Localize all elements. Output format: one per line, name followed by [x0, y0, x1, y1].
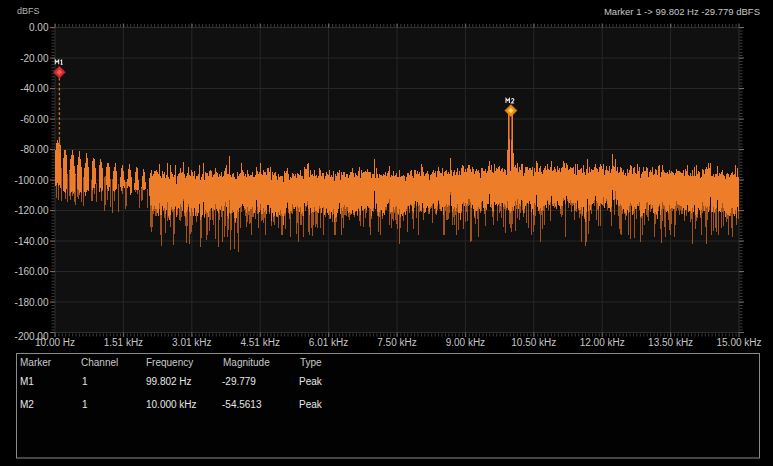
- svg-text:10.00 Hz: 10.00 Hz: [35, 337, 75, 348]
- svg-text:0.00: 0.00: [29, 22, 49, 33]
- svg-text:-120.00: -120.00: [15, 205, 49, 216]
- svg-text:Channel: Channel: [81, 357, 118, 368]
- svg-text:Marker 1 -> 99.802 Hz -29.779: Marker 1 -> 99.802 Hz -29.779 dBFS: [604, 6, 760, 17]
- svg-text:-20.00: -20.00: [20, 53, 49, 64]
- svg-text:Magnitude: Magnitude: [223, 357, 270, 368]
- svg-text:M2: M2: [20, 399, 34, 410]
- svg-text:1.51 kHz: 1.51 kHz: [104, 337, 143, 348]
- svg-text:10.50 kHz: 10.50 kHz: [511, 337, 556, 348]
- svg-text:1: 1: [82, 376, 88, 387]
- svg-text:dBFS: dBFS: [17, 6, 40, 16]
- svg-text:13.50 kHz: 13.50 kHz: [648, 337, 693, 348]
- svg-text:Type: Type: [300, 357, 322, 368]
- svg-text:3.01 kHz: 3.01 kHz: [172, 337, 211, 348]
- svg-text:-160.00: -160.00: [15, 266, 49, 277]
- svg-text:15.00 kHz: 15.00 kHz: [716, 337, 761, 348]
- svg-text:Marker: Marker: [20, 357, 52, 368]
- svg-text:-40.00: -40.00: [20, 83, 49, 94]
- svg-text:-54.5613: -54.5613: [222, 399, 262, 410]
- svg-text:9.00 kHz: 9.00 kHz: [446, 337, 485, 348]
- svg-text:-180.00: -180.00: [15, 297, 49, 308]
- svg-text:1: 1: [82, 399, 88, 410]
- svg-text:-29.779: -29.779: [222, 376, 256, 387]
- svg-text:M1: M1: [20, 376, 34, 387]
- svg-text:-100.00: -100.00: [15, 175, 49, 186]
- svg-text:Peak: Peak: [299, 376, 323, 387]
- svg-text:12.00 kHz: 12.00 kHz: [580, 337, 625, 348]
- svg-text:Peak: Peak: [299, 399, 323, 410]
- svg-text:10.000 kHz: 10.000 kHz: [146, 399, 197, 410]
- svg-text:-60.00: -60.00: [20, 114, 49, 125]
- svg-text:7.50 kHz: 7.50 kHz: [377, 337, 416, 348]
- svg-text:4.51 kHz: 4.51 kHz: [240, 337, 279, 348]
- svg-text:-80.00: -80.00: [20, 144, 49, 155]
- svg-text:6.01 kHz: 6.01 kHz: [309, 337, 348, 348]
- svg-text:-140.00: -140.00: [15, 236, 49, 247]
- svg-text:Frequency: Frequency: [146, 357, 193, 368]
- svg-text:99.802 Hz: 99.802 Hz: [146, 376, 192, 387]
